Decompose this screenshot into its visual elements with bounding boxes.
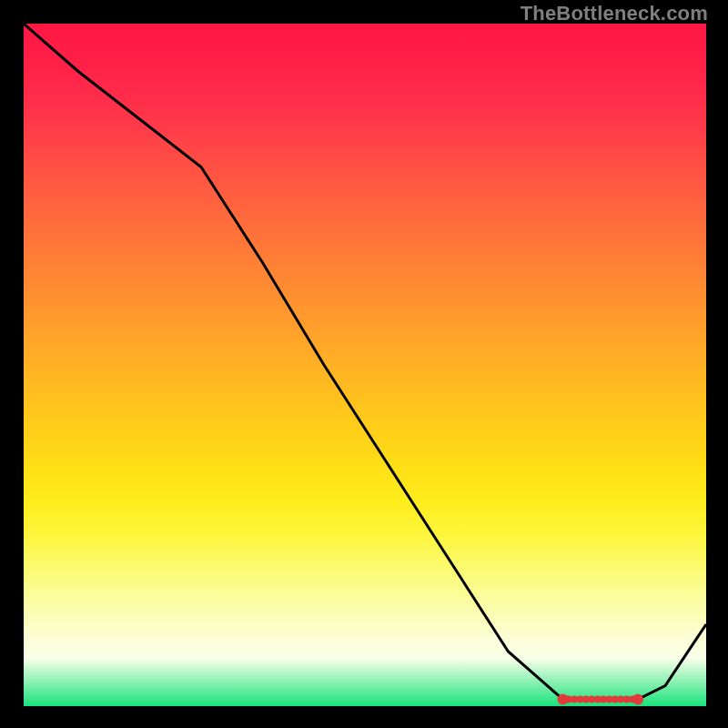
chart-frame: TheBottleneck.com [0,0,728,728]
marker-dot [632,694,643,705]
watermark-text: TheBottleneck.com [521,2,708,25]
chart-svg [24,24,706,706]
bottleneck-curve [24,24,706,700]
plot-area [24,24,706,706]
flat-segment-markers [558,694,644,705]
line-series [24,24,706,700]
